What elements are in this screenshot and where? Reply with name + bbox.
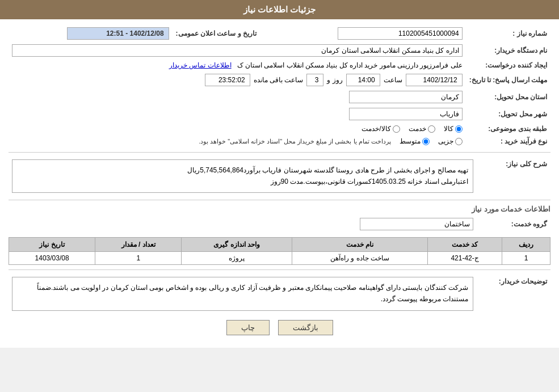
province-cell: کرمان — [9, 88, 466, 106]
cell-unit: پروژه — [182, 251, 292, 264]
description-label: شرح کلی نیاز: — [477, 157, 550, 195]
announcement-date-cell: 1402/12/08 - 12:51 — [9, 25, 173, 42]
page-title: جزئیات اطلاعات نیاز — [243, 5, 316, 14]
radio-khedmat-label: خدمت — [409, 125, 426, 133]
service-group-table: گروه خدمت: ساختمان — [9, 216, 550, 233]
service-group-value: ساختمان — [360, 218, 473, 230]
description-value: تهیه مصالح و اجرای بخشی از طرح هادی روست… — [17, 165, 468, 188]
deadline-label: مهلت ارسال پاسخ: تا تاریخ: — [466, 71, 550, 88]
deadline-time-label: ساعت — [384, 76, 402, 84]
announcement-date-label: تاریخ و ساعت اعلان عمومی: — [173, 25, 268, 42]
creator-label: ایجاد کننده درخواست: — [466, 59, 550, 71]
category-label: طبقه بندی موضوعی: — [466, 123, 550, 135]
cell-date: 1403/03/08 — [9, 251, 95, 264]
deadline-days: 3 — [306, 74, 323, 86]
radio-motawaset-label: متوسط — [400, 137, 421, 145]
divider-1 — [9, 152, 550, 153]
cell-name: ساخت جاده و راه‌آهن — [292, 251, 428, 264]
col-header-code: کد خدمت — [428, 237, 502, 251]
creator-cell: علی فرامرزپور دارزینی مامور خرید اداره ک… — [9, 59, 466, 71]
cell-row: 1 — [502, 251, 550, 264]
deadline-remaining-label: ساعت باقی مانده — [254, 76, 304, 84]
col-header-date: تاریخ نیاز — [9, 237, 95, 251]
buttons-row: بازگشت چاپ — [9, 320, 550, 335]
deadline-remaining: 23:52:02 — [205, 74, 250, 86]
buyer-org-cell: اداره کل بنیاد مسکن انقلاب اسلامی استان … — [9, 42, 466, 59]
announcement-date-value: 1402/12/08 - 12:51 — [67, 27, 169, 40]
province-value: کرمان — [349, 91, 463, 103]
services-section-title: اطلاعات خدمات مورد نیاز — [9, 205, 550, 213]
service-group-cell: ساختمان — [9, 216, 477, 233]
need-number-label: شماره نیاز : — [466, 25, 550, 42]
need-number-value: 1102005451000094 — [338, 27, 463, 40]
radio-kala: کالا — [444, 125, 463, 133]
description-box: تهیه مصالح و اجرای بخشی از طرح هادی روست… — [12, 159, 473, 193]
purchase-type-cell: جزیی متوسط پرداخت تمام یا بخشی از مبلغ خ… — [9, 135, 466, 147]
notes-value: شرکت کنندگان بایستی دارای گواهینامه صلاح… — [37, 284, 468, 303]
notes-label: توضیحات خریدار: — [477, 275, 550, 313]
back-button[interactable]: بازگشت — [278, 320, 333, 335]
content-area: شماره نیاز : 1102005451000094 تاریخ و سا… — [0, 19, 559, 348]
col-header-row: ردیف — [502, 237, 550, 251]
print-button[interactable]: چاپ — [226, 320, 270, 335]
services-table: ردیف کد خدمت نام خدمت واحد اندازه گیری ت… — [9, 237, 550, 265]
radio-motawaset: متوسط — [400, 137, 430, 145]
page-header: جزئیات اطلاعات نیاز — [0, 0, 559, 19]
divider-3 — [9, 269, 550, 270]
col-header-unit: واحد اندازه گیری — [182, 237, 292, 251]
purchase-type-label: نوع فرآیند خرید : — [466, 135, 550, 147]
description-cell: تهیه مصالح و اجرای بخشی از طرح هادی روست… — [9, 157, 477, 195]
cell-qty: 1 — [95, 251, 182, 264]
buyer-org-value: اداره کل بنیاد مسکن انقلاب اسلامی استان … — [12, 44, 463, 57]
city-label: شهر محل تحویل: — [466, 106, 550, 123]
cell-code: ج-42-421 — [428, 251, 502, 264]
buyer-org-label: نام دستگاه خریدار: — [466, 42, 550, 59]
need-number-cell: 1102005451000094 — [268, 25, 466, 42]
province-label: استان محل تحویل: — [466, 88, 550, 106]
radio-kala-label: کالا — [444, 125, 453, 133]
deadline-day-label: روز و — [327, 76, 342, 84]
service-group-label: گروه خدمت: — [477, 216, 550, 233]
deadline-date: 1402/12/12 — [406, 74, 463, 86]
divider-2 — [9, 200, 550, 200]
notes-box: شرکت کنندگان بایستی دارای گواهینامه صلاح… — [12, 277, 473, 311]
radio-jozi-label: جزیی — [438, 137, 453, 145]
col-header-name: نام خدمت — [292, 237, 428, 251]
notes-table: توضیحات خریدار: شرکت کنندگان بایستی دارا… — [9, 275, 550, 313]
col-header-qty: تعداد / مقدار — [95, 237, 182, 251]
city-cell: فاریاب — [9, 106, 466, 123]
radio-kala-khedmat: کالا/خدمت — [362, 125, 400, 133]
deadline-cell: 1402/12/12 ساعت 14:00 روز و 3 ساعت باقی … — [9, 71, 466, 88]
radio-jozi: جزیی — [438, 137, 463, 145]
table-row: 1 ج-42-421 ساخت جاده و راه‌آهن پروژه 1 1… — [9, 251, 550, 264]
purchase-type-note: پرداخت تمام یا بخشی از مبلغ خریداز محل "… — [199, 138, 391, 145]
creator-value: علی فرامرزپور دارزینی مامور خرید اداره ک… — [237, 61, 463, 69]
description-table: شرح کلی نیاز: تهیه مصالح و اجرای بخشی از… — [9, 157, 550, 195]
top-info-table: شماره نیاز : 1102005451000094 تاریخ و سا… — [9, 25, 550, 147]
deadline-time: 14:00 — [346, 74, 380, 86]
radio-kala-khedmat-label: کالا/خدمت — [362, 125, 390, 133]
radio-khedmat: خدمت — [409, 125, 435, 133]
main-container: جزئیات اطلاعات نیاز شماره نیاز : 1102005… — [0, 0, 559, 348]
city-value: فاریاب — [349, 108, 463, 120]
category-cell: کالا خدمت کالا/خدمت — [9, 123, 466, 135]
creator-link[interactable]: اطلاعات تماس خریدار — [169, 61, 232, 69]
notes-cell: شرکت کنندگان بایستی دارای گواهینامه صلاح… — [9, 275, 477, 313]
